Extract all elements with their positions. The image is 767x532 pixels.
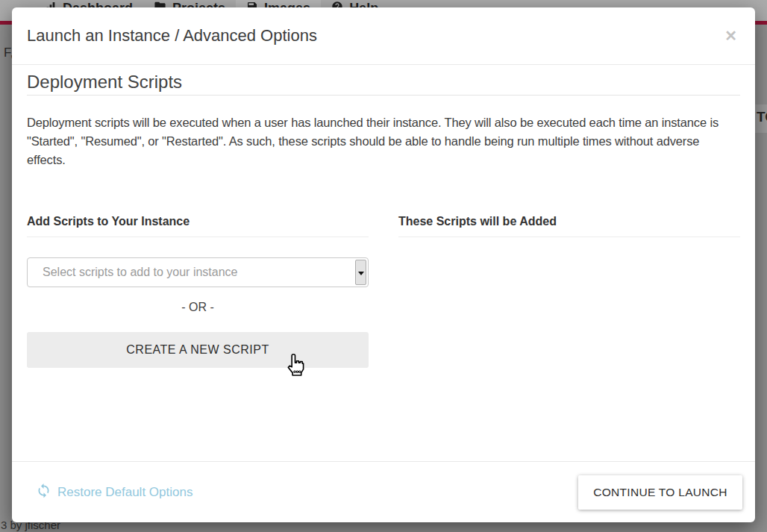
restore-default-options-link[interactable]: Restore Default Options xyxy=(36,483,192,502)
section-heading: Deployment Scripts xyxy=(27,72,740,96)
close-icon[interactable]: ✕ xyxy=(724,28,737,43)
continue-to-launch-button[interactable]: CONTINUE TO LAUNCH xyxy=(578,475,742,510)
modal-title: Launch an Instance / Advanced Options xyxy=(27,26,724,46)
added-scripts-heading: These Scripts will be Added xyxy=(398,214,740,237)
chevron-down-icon[interactable] xyxy=(355,260,366,285)
refresh-icon xyxy=(36,483,51,502)
scripts-select[interactable]: Select scripts to add to your instance xyxy=(27,257,369,287)
modal-body: Deployment Scripts Deployment scripts wi… xyxy=(12,72,755,368)
script-columns: Add Scripts to Your Instance Select scri… xyxy=(27,214,740,368)
section-description: Deployment scripts will be executed when… xyxy=(27,113,732,169)
background-text-fragment-right: TO xyxy=(757,109,767,125)
scripts-select-placeholder: Select scripts to add to your instance xyxy=(43,266,237,279)
add-scripts-heading: Add Scripts to Your Instance xyxy=(27,214,369,237)
restore-label: Restore Default Options xyxy=(57,485,192,500)
modal-header: Launch an Instance / Advanced Options ✕ xyxy=(12,7,755,65)
or-separator: - OR - xyxy=(27,301,369,314)
add-scripts-column: Add Scripts to Your Instance Select scri… xyxy=(27,214,369,368)
create-new-script-button[interactable]: CREATE A NEW SCRIPT xyxy=(27,332,369,368)
advanced-options-modal: Launch an Instance / Advanced Options ✕ … xyxy=(12,7,755,522)
create-script-wrap: CREATE A NEW SCRIPT xyxy=(27,332,369,368)
modal-footer: Restore Default Options CONTINUE TO LAUN… xyxy=(12,461,755,522)
added-scripts-column: These Scripts will be Added xyxy=(398,214,740,368)
